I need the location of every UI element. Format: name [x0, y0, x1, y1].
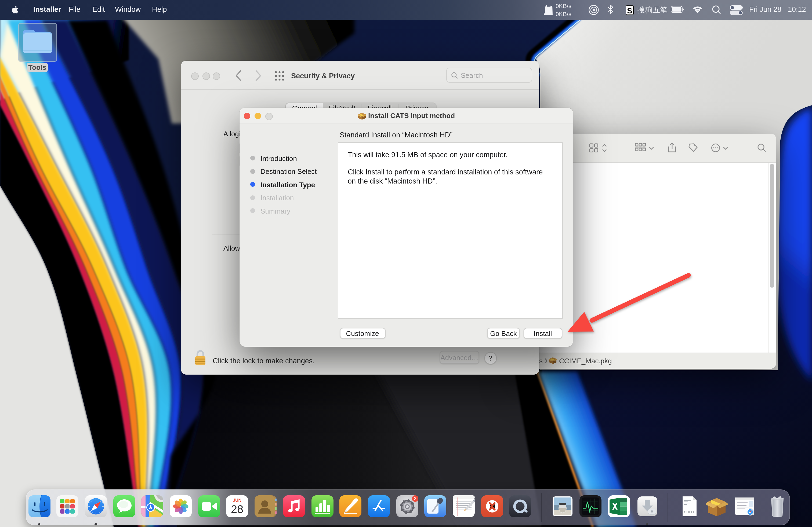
- svg-text:2: 2: [414, 496, 416, 501]
- svg-text:28: 28: [231, 503, 244, 515]
- svg-text:SHELL: SHELL: [684, 510, 695, 514]
- svg-text:JUN: JUN: [233, 498, 242, 502]
